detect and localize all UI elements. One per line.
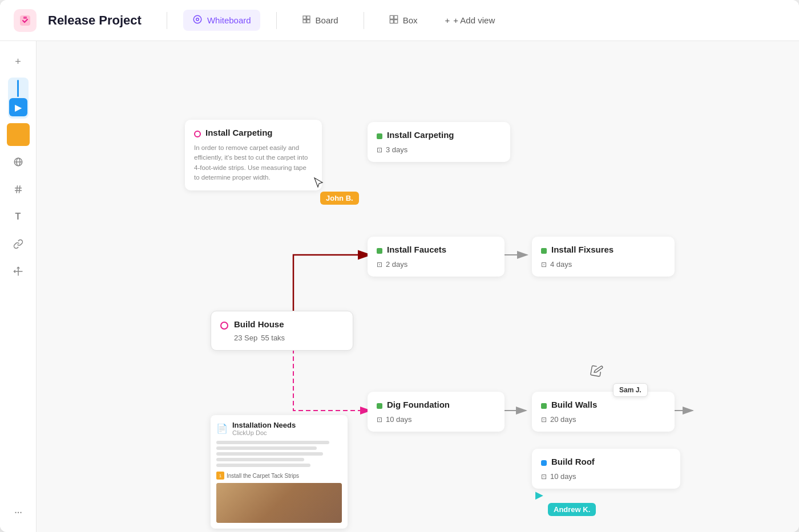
install-carpeting-days-card[interactable]: Install Carpeting ⊡ 3 days (368, 122, 510, 162)
card-meta: ⊡ 20 days (541, 415, 665, 424)
card-days: 10 days (550, 472, 576, 481)
canvas-svg (37, 41, 799, 532)
panel-widget[interactable] (7, 123, 30, 146)
card-title: Dig Foundation (387, 400, 450, 409)
card-title: Build House (234, 319, 284, 329)
svg-rect-6 (303, 20, 306, 23)
build-walls-card[interactable]: Build Walls ⊡ 20 days (532, 392, 675, 432)
project-title: Release Project (48, 13, 142, 28)
card-circle-icon (220, 322, 228, 330)
doc-icon: 📄 (216, 423, 228, 434)
main-area: + ▶ T ··· (0, 41, 799, 532)
hash-button[interactable] (7, 178, 30, 201)
svg-line-17 (17, 185, 18, 193)
card-status-dot (194, 131, 201, 137)
svg-rect-4 (303, 16, 306, 19)
nav-divider (167, 12, 167, 29)
doc-title: Installation Needs (232, 421, 296, 429)
card-status-dot (377, 133, 382, 139)
doc-image (216, 483, 342, 523)
sidebar: + ▶ T ··· (0, 41, 37, 532)
svg-rect-11 (394, 20, 397, 23)
card-icon: ⊡ (541, 261, 547, 269)
card-status-dot (541, 460, 547, 466)
box-icon (389, 15, 398, 26)
doc-subtitle: ClickUp Doc (232, 429, 296, 436)
dig-foundation-card[interactable]: Dig Foundation ⊡ 10 days (368, 392, 505, 432)
card-days: 4 days (550, 260, 572, 269)
card-description: In order to remove carpet easily and eff… (194, 143, 308, 182)
nav-board[interactable]: Board (293, 10, 348, 30)
card-days: 20 days (550, 415, 576, 424)
card-meta: ⊡ 3 days (377, 145, 501, 154)
card-days: 2 days (386, 260, 407, 269)
nav-divider-2 (276, 12, 277, 29)
card-title: Build Roof (551, 457, 595, 466)
card-days: 10 days (386, 415, 412, 424)
card-icon: ⊡ (377, 146, 382, 154)
card-status-dot (541, 248, 547, 254)
svg-rect-7 (306, 20, 309, 23)
install-carpeting-detail-card[interactable]: Install Carpeting In order to remove car… (185, 120, 322, 190)
play-button[interactable]: ▶ (9, 98, 27, 116)
install-fixsures-card[interactable]: Install Fixsures ⊡ 4 days (532, 237, 675, 277)
link-button[interactable] (7, 233, 30, 255)
svg-point-2 (193, 15, 201, 23)
nav-divider-3 (364, 12, 364, 29)
card-meta: ⊡ 10 days (541, 472, 671, 481)
board-icon (302, 15, 311, 26)
john-b-label: John B. (320, 192, 359, 205)
card-status-dot (377, 403, 382, 409)
card-title: Install Carpeting (387, 130, 454, 140)
card-tasks: 55 taks (261, 334, 285, 342)
globe-button[interactable] (7, 151, 30, 173)
step-icon: 1 (216, 472, 224, 480)
card-title: Install Fixsures (551, 245, 614, 254)
card-meta: ⊡ 4 days (541, 260, 665, 269)
svg-rect-8 (390, 15, 393, 19)
pencil-cursor (589, 363, 604, 380)
svg-line-18 (19, 185, 20, 193)
whiteboard-icon (192, 14, 203, 26)
arrow-button[interactable] (7, 260, 30, 283)
card-title: Build Walls (551, 400, 597, 409)
doc-lines (216, 441, 342, 467)
sam-j-label: Sam J. (613, 383, 648, 397)
more-button[interactable]: ··· (7, 500, 30, 523)
svg-point-3 (196, 18, 199, 21)
card-meta: ⊡ 2 days (377, 260, 495, 269)
doc-header: 📄 Installation Needs ClickUp Doc (216, 421, 342, 436)
install-faucets-card[interactable]: Install Faucets ⊡ 2 days (368, 237, 505, 277)
card-title: Install Carpeting (205, 128, 273, 137)
nav-box[interactable]: Box (380, 10, 427, 30)
header: Release Project Whiteboard Board Box + +… (0, 0, 799, 41)
project-icon (14, 9, 37, 32)
svg-rect-1 (23, 17, 27, 19)
card-title: Install Faucets (387, 245, 446, 254)
svg-rect-10 (390, 20, 393, 23)
add-icon: + (445, 15, 450, 25)
canvas[interactable]: Install Carpeting In order to remove car… (37, 41, 799, 532)
nav-whiteboard[interactable]: Whiteboard (183, 10, 260, 31)
add-button[interactable]: + (7, 50, 30, 73)
card-icon: ⊡ (377, 261, 382, 269)
svg-rect-9 (394, 15, 397, 19)
card-status-dot (541, 403, 547, 409)
text-button[interactable]: T (7, 205, 30, 228)
installation-needs-doc[interactable]: 📄 Installation Needs ClickUp Doc 1 Insta… (211, 415, 348, 529)
card-date: 23 Sep (234, 334, 257, 342)
card-icon: ⊡ (541, 473, 547, 481)
svg-rect-5 (306, 16, 309, 19)
build-house-card[interactable]: Build House 23 Sep 55 taks (211, 311, 353, 351)
card-status-dot (377, 248, 382, 254)
add-view-button[interactable]: + + Add view (438, 11, 502, 30)
card-meta: 23 Sep 55 taks (220, 334, 344, 342)
card-meta: ⊡ 10 days (377, 415, 495, 424)
step-label: Install the Carpet Tack Strips (227, 473, 299, 479)
card-days: 3 days (386, 145, 407, 154)
build-roof-card[interactable]: Build Roof ⊡ 10 days (532, 449, 680, 489)
doc-step-row: 1 Install the Carpet Tack Strips (216, 472, 342, 480)
card-icon: ⊡ (377, 416, 382, 424)
andrew-k-label: Andrew K. (548, 503, 596, 516)
card-icon: ⊡ (541, 416, 547, 424)
